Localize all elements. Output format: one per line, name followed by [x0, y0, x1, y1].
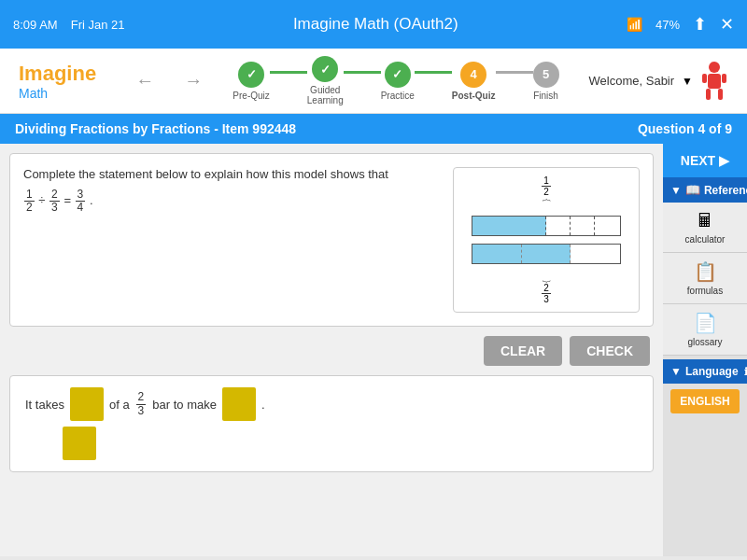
top-fraction-label: 12 — [541, 175, 552, 197]
dropdown-icon[interactable]: ▼ — [682, 75, 693, 88]
question-instruction: Complete the statement below to explain … — [23, 167, 440, 181]
step-post-quiz: 4 Post-Quiz — [452, 62, 496, 101]
step-finish: 5 Finish — [533, 62, 559, 101]
reference-label: Reference — [704, 184, 747, 197]
answer-box: It takes of a 23 bar to make . — [9, 375, 654, 472]
fraction-model: 12 ⏞ — [462, 175, 630, 304]
logo-imagine: Imagine — [19, 62, 96, 86]
close-button[interactable]: ✕ — [720, 14, 734, 35]
right-sidebar: NEXT ▶ ▼ 📖 Reference 🖩 calculator 📋 form… — [663, 144, 747, 556]
forward-button[interactable]: → — [184, 70, 203, 91]
answer-input-2[interactable] — [222, 387, 256, 421]
calculator-item[interactable]: 🖩 calculator — [663, 203, 747, 253]
svg-point-0 — [709, 62, 720, 73]
question-text-area: Complete the statement below to explain … — [23, 167, 440, 313]
top-label-area: 12 ⏞ — [472, 175, 621, 212]
answer-row-2 — [25, 427, 638, 460]
step-circle-guided: ✓ — [312, 56, 338, 82]
top-bar — [472, 216, 621, 236]
top-bar-right: 📶 47% ⬆ ✕ — [627, 14, 734, 35]
lang-triangle-icon: ▼ — [670, 365, 682, 378]
answer-suffix: bar to make — [152, 398, 217, 412]
line-2 — [344, 71, 381, 74]
info-icon: ℹ — [744, 366, 747, 378]
svg-rect-1 — [708, 74, 721, 89]
steps-progress: ✓ Pre-Quiz ✓ GuidedLearning ✓ Practice 4… — [233, 56, 558, 105]
avatar — [700, 61, 728, 102]
left-panel: Complete the statement below to explain … — [0, 144, 663, 556]
step-label-post-quiz: Post-Quiz — [452, 91, 496, 101]
bar-blue-half — [472, 217, 546, 235]
top-bar-left: 8:09 AM Fri Jan 21 — [13, 18, 125, 32]
logo-area: Imagine Math — [19, 62, 96, 101]
step-label-guided: GuidedLearning — [307, 85, 344, 105]
battery-display: 47% — [655, 18, 680, 32]
clear-button[interactable]: CLEAR — [484, 336, 562, 366]
svg-rect-4 — [702, 74, 707, 83]
step-label-pre-quiz: Pre-Quiz — [233, 91, 269, 101]
bar-empty-3 — [595, 217, 620, 235]
step-circle-pre-quiz: ✓ — [238, 62, 264, 88]
bottom-brace: ⏟ — [543, 268, 550, 283]
question-box: Complete the statement below to explain … — [9, 153, 654, 327]
question-title: Dividing Fractions by Fractions - Item 9… — [15, 121, 296, 136]
answer-input-3[interactable] — [63, 427, 96, 460]
step-label-practice: Practice — [381, 91, 415, 101]
line-4 — [496, 71, 533, 74]
language-section[interactable]: ▼ Language ℹ — [663, 359, 747, 384]
back-button[interactable]: ← — [135, 70, 154, 91]
action-buttons: CLEAR CHECK — [9, 336, 654, 366]
answer-period: . — [261, 398, 265, 412]
welcome-area: Welcome, Sabir ▼ — [589, 61, 728, 102]
reference-section[interactable]: ▼ 📖 Reference — [663, 177, 747, 203]
main-content: Complete the statement below to explain … — [0, 144, 747, 556]
frac-half: 12 — [24, 189, 35, 214]
calculator-icon: 🖩 — [696, 210, 714, 231]
step-pre-quiz: ✓ Pre-Quiz — [233, 62, 269, 101]
top-bar: 8:09 AM Fri Jan 21 Imagine Math (OAuth2)… — [0, 0, 747, 49]
next-button[interactable]: NEXT ▶ — [663, 144, 747, 177]
step-guided: ✓ GuidedLearning — [307, 56, 344, 105]
line-1 — [270, 71, 307, 74]
welcome-text: Welcome, Sabir — [589, 74, 675, 88]
bar-blue-1 — [472, 245, 522, 263]
answer-prefix: It takes — [25, 398, 64, 412]
diagram-area: 12 ⏞ — [453, 167, 640, 313]
step-circle-finish: 5 — [533, 62, 559, 88]
formulas-label: formulas — [687, 286, 723, 296]
check-button[interactable]: CHECK — [570, 336, 650, 366]
next-label: NEXT — [681, 153, 715, 168]
triangle-icon: ▼ — [670, 184, 682, 197]
glossary-label: glossary — [687, 337, 722, 347]
next-arrow-icon: ▶ — [719, 153, 729, 168]
top-brace: ⏞ — [543, 197, 550, 212]
formulas-icon: 📋 — [694, 260, 717, 283]
glossary-icon: 📄 — [694, 312, 717, 334]
date-display: Fri Jan 21 — [71, 18, 125, 32]
bottom-label-area: ⏟ 23 — [472, 268, 621, 304]
answer-mid: of a — [109, 398, 130, 412]
bar-empty-1 — [546, 217, 571, 235]
time-display: 8:09 AM — [13, 18, 58, 32]
answer-input-1[interactable] — [70, 387, 104, 421]
frac-threequarters: 34 — [76, 189, 86, 214]
share-button[interactable]: ⬆ — [693, 14, 707, 35]
language-label: Language — [685, 365, 739, 378]
svg-rect-2 — [706, 89, 711, 100]
question-header: Dividing Fractions by Fractions - Item 9… — [0, 114, 747, 144]
bottom-fraction-label: 23 — [541, 283, 552, 304]
logo-math: Math — [19, 86, 96, 101]
glossary-item[interactable]: 📄 glossary — [663, 304, 747, 356]
english-button[interactable]: ENGLISH — [670, 389, 739, 413]
step-label-finish: Finish — [533, 91, 558, 101]
formulas-item[interactable]: 📋 formulas — [663, 253, 747, 304]
frac-twothirds: 23 — [49, 189, 60, 214]
bar-blue-2 — [522, 245, 571, 263]
calculator-label: calculator — [685, 234, 726, 245]
question-equation: 12 ÷ 23 = 34 . — [23, 189, 440, 214]
wifi-icon: 📶 — [627, 17, 642, 32]
answer-fraction: 23 — [136, 391, 147, 416]
app-title: Imagine Math (OAuth2) — [293, 15, 458, 34]
ref-icon-book: 📖 — [685, 183, 700, 197]
progress-area: Imagine Math ← → ✓ Pre-Quiz ✓ GuidedLear… — [0, 49, 747, 114]
